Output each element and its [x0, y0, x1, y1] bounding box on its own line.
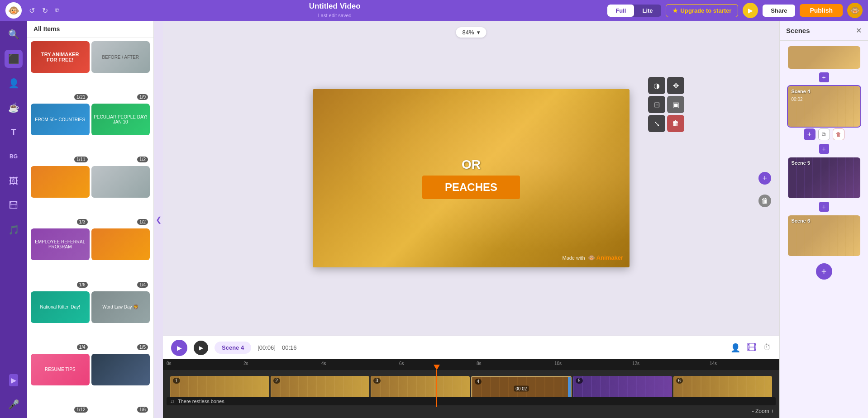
sidebar-item-music[interactable]: 🎵 — [5, 221, 23, 239]
crop-tool[interactable]: ⊡ — [648, 96, 665, 113]
media-count-8: 1/4 — [137, 282, 148, 288]
scene-separator-bot: + — [780, 201, 868, 213]
scene-duration: [00:06] — [258, 344, 276, 351]
media-thumb-1[interactable]: TRY ANIMAKERFOR FREE! 1/21 — [31, 41, 90, 102]
resize-tool[interactable]: ⤡ — [648, 115, 665, 132]
timing-button[interactable]: ⏱ — [763, 343, 771, 352]
coffee-icon: ☕ — [8, 102, 19, 113]
sidebar-item-filmstrip[interactable]: ▶ — [5, 371, 23, 389]
publish-button[interactable]: Publish — [800, 4, 843, 17]
global-play-button[interactable]: ▶ — [171, 340, 187, 356]
delete-tool[interactable]: 🗑 — [667, 115, 684, 132]
add-scene-between-bot[interactable]: + — [819, 202, 829, 212]
canvas-overlay: OR PEACHES — [422, 157, 520, 199]
video-canvas: OR PEACHES Made with 🐵 Animaker — [313, 89, 630, 267]
current-time: 00:16 — [282, 344, 297, 351]
scene-6-label: Scene 6 — [792, 218, 811, 223]
panel-toggle-button[interactable]: ❮ — [154, 21, 163, 418]
sidebar-item-mic[interactable]: 🎤 — [5, 395, 23, 413]
watermark: Made with 🐵 Animaker — [562, 254, 623, 261]
scene-4-copy-button[interactable]: ⧉ — [818, 128, 830, 140]
scenes-close-button[interactable]: ✕ — [856, 26, 862, 35]
preview-play-button[interactable]: ▶ — [743, 3, 758, 18]
scene-4-add-button[interactable]: + — [804, 128, 816, 140]
segment-num-4: 4 — [475, 379, 482, 385]
move-icon: ✥ — [673, 81, 679, 90]
sidebar-item-person[interactable]: 👤 — [5, 74, 23, 92]
crop-icon: ⊡ — [654, 100, 660, 109]
media-thumb-2[interactable]: BEFORE / AFTER 1/9 — [91, 41, 150, 102]
lite-view-button[interactable]: Lite — [634, 5, 661, 17]
app-logo[interactable]: 🐵 — [5, 2, 22, 19]
full-view-button[interactable]: Full — [607, 5, 634, 17]
scene-thumb-5[interactable]: Scene 5 — [788, 157, 860, 198]
scene-separator-mid: + — [780, 143, 868, 155]
undo-button[interactable]: ↺ — [26, 5, 38, 17]
sidebar-item-coffee[interactable]: ☕ — [5, 99, 23, 117]
add-scene-between-mid[interactable]: + — [819, 144, 829, 154]
duplicate-button[interactable]: ⧉ — [52, 5, 62, 17]
move-tool[interactable]: ✥ — [667, 77, 684, 94]
delete-scene-center-button[interactable]: 🗑 — [758, 195, 771, 207]
redo-button[interactable]: ↻ — [39, 5, 51, 17]
playhead[interactable] — [436, 370, 437, 407]
text-icon: T — [11, 128, 16, 137]
media-thumb-10[interactable]: Word Law Day 🦁 1/5 — [91, 291, 150, 352]
sidebar-item-image[interactable]: 🖼 — [5, 172, 23, 190]
collapse-icon: ❮ — [156, 215, 162, 224]
layer-tool[interactable]: ▣ — [667, 96, 684, 113]
share-button[interactable]: Share — [763, 5, 795, 17]
media-count-5: 1/3 — [77, 219, 88, 225]
timeline-tracks[interactable]: 1 2 3 4 — [163, 370, 779, 407]
media-thumb-11[interactable]: RESUME TIPS 1/12 — [31, 354, 90, 414]
user-avatar[interactable]: 🐵 — [847, 3, 863, 18]
search-icon: 🔍 — [8, 29, 19, 40]
media-thumb-9[interactable]: National Kitten Day! 1/4 — [31, 291, 90, 352]
zoom-control[interactable]: - Zoom + — [752, 408, 774, 414]
scene-thumb-4[interactable]: Scene 4 00:02 — [788, 86, 860, 127]
media-thumb-3[interactable]: FROM 50+ COUNTRIES 1/11 — [31, 104, 90, 164]
ruler-mark-4s: 4s — [321, 361, 326, 366]
sidebar-item-bg[interactable]: BG — [5, 147, 23, 166]
scene-play-button[interactable]: ▶ — [194, 341, 208, 355]
contrast-tool[interactable]: ◑ — [648, 77, 665, 94]
scenes-header: Scenes ✕ — [780, 21, 868, 41]
playback-bar: ▶ ▶ Scene 4 [00:06] 00:16 👤 🎞 ⏱ — [163, 336, 779, 359]
media-thumb-7[interactable]: EMPLOYEE REFERRAL PROGRAM 1/6 — [31, 228, 90, 289]
ruler-mark-14s: 14s — [710, 361, 717, 366]
sidebar-item-film[interactable]: 🎞 — [5, 196, 23, 214]
sidebar-item-text[interactable]: T — [5, 123, 23, 141]
scene-4-delete-button[interactable]: 🗑 — [833, 128, 844, 140]
media-thumb-12[interactable]: 1/6 — [91, 354, 150, 414]
add-scene-center-button[interactable]: + — [758, 172, 771, 185]
upgrade-button[interactable]: ★ Upgrade to starter — [666, 4, 739, 17]
resize-icon: ⤡ — [654, 119, 660, 128]
media-grid: TRY ANIMAKERFOR FREE! 1/21 BEFORE / AFTE… — [27, 38, 153, 418]
video-title[interactable]: Untitled Video — [67, 2, 603, 11]
media-thumb-8[interactable]: 1/4 — [91, 228, 150, 289]
video-settings-button[interactable]: 🎞 — [747, 342, 757, 354]
playhead-triangle — [434, 365, 440, 370]
media-count-1: 1/21 — [74, 94, 87, 100]
sidebar-item-search[interactable]: 🔍 — [5, 25, 23, 43]
zoom-indicator[interactable]: 84% ▾ — [456, 27, 486, 38]
media-thumb-4[interactable]: PECULIAR PEOPLE DAY! JAN 10 1/2 — [91, 104, 150, 164]
bg-icon: BG — [10, 153, 18, 160]
title-area: Untitled Video Last edit saved — [67, 2, 603, 19]
sidebar-item-media[interactable]: ⬛ — [5, 50, 23, 68]
narration-button[interactable]: 👤 — [730, 343, 740, 353]
media-thumb-5[interactable]: 1/3 — [31, 166, 90, 227]
star-icon: ★ — [672, 7, 678, 14]
peaches-text[interactable]: PEACHES — [422, 176, 520, 199]
play-icon: ▶ — [177, 344, 182, 352]
scene-4-actions: + ⧉ 🗑 — [804, 128, 844, 140]
scene-thumb-partial[interactable] — [788, 46, 860, 69]
add-scene-between-top[interactable]: + — [819, 72, 829, 82]
media-thumb-6[interactable]: 1/2 — [91, 166, 150, 227]
add-scene-bottom-button[interactable]: + — [816, 263, 832, 280]
ruler-mark-10s: 10s — [554, 361, 562, 366]
scene-thumb-6[interactable]: Scene 6 — [788, 215, 860, 256]
media-panel: All Items TRY ANIMAKERFOR FREE! 1/21 BEF… — [27, 21, 154, 418]
filmstrip-icon: ▶ — [9, 374, 18, 386]
delete-icon: 🗑 — [672, 119, 679, 128]
